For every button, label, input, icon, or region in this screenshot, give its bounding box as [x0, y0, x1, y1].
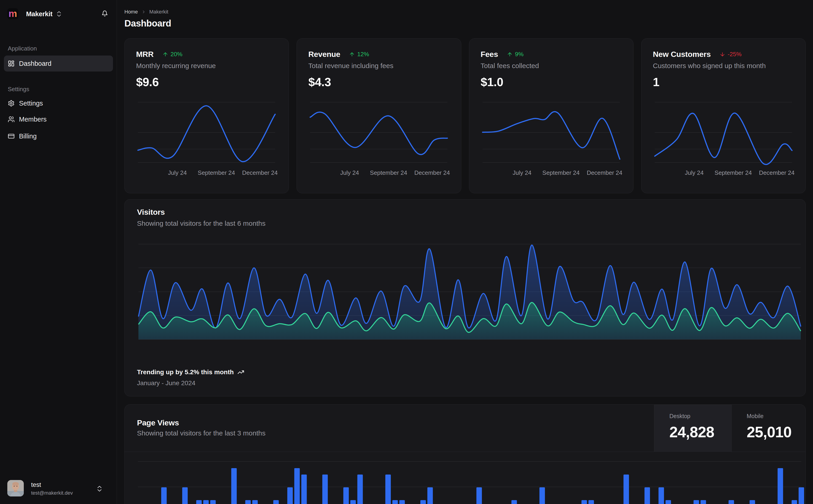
svg-text:September 24: September 24 [715, 170, 752, 176]
svg-text:July 24: July 24 [685, 170, 704, 176]
svg-text:December 24: December 24 [759, 170, 794, 176]
svg-text:December 24: December 24 [242, 170, 278, 176]
svg-text:September 24: September 24 [542, 170, 579, 176]
svg-text:December 24: December 24 [586, 170, 622, 176]
svg-text:September 24: September 24 [198, 170, 235, 176]
svg-text:July 24: July 24 [512, 170, 531, 176]
svg-text:December 24: December 24 [414, 170, 450, 176]
svg-text:September 24: September 24 [370, 170, 407, 176]
svg-text:m: m [8, 8, 17, 19]
svg-text:July 24: July 24 [168, 170, 186, 176]
svg-text:July 24: July 24 [340, 170, 359, 176]
